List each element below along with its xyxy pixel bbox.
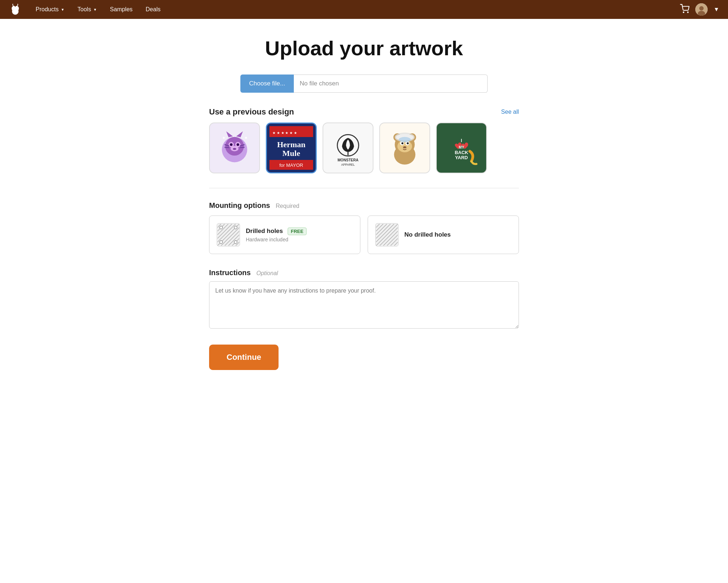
file-upload-row: Choose file... No file chosen <box>240 75 488 93</box>
svg-point-47 <box>401 142 404 144</box>
svg-text:Herman: Herman <box>277 140 305 149</box>
no-drilled-holes-icon <box>375 223 399 246</box>
continue-button[interactable]: Continue <box>209 345 279 370</box>
nav-deals-label: Deals <box>146 6 161 13</box>
svg-text:for MAYOR: for MAYOR <box>279 162 303 168</box>
mounting-option-drilled[interactable]: Drilled holes FREE Hardware included <box>209 216 360 254</box>
drilled-holes-sub: Hardware included <box>246 237 307 242</box>
drilled-holes-label: Drilled holes <box>246 228 283 234</box>
instructions-textarea[interactable] <box>209 281 519 329</box>
drilled-holes-icon <box>217 223 240 246</box>
mounting-label-text: Mounting options <box>209 201 270 209</box>
designs-grid: ✦ ✦ ★ ★ ★ ★ ★ ★ Herman Mule <box>209 122 519 173</box>
svg-point-4 <box>13 6 15 9</box>
section-title: Use a previous design <box>209 107 294 117</box>
nav-right: ▼ <box>680 3 719 16</box>
svg-text:YARD: YARD <box>455 155 468 160</box>
drilled-holes-text: Drilled holes FREE Hardware included <box>246 228 307 242</box>
svg-text:MONSTERA: MONSTERA <box>337 158 359 162</box>
instructions-label: Instructions Optional <box>209 269 519 277</box>
svg-point-72 <box>220 241 223 244</box>
svg-point-6 <box>683 12 684 13</box>
svg-text:APPAREL: APPAREL <box>341 163 355 166</box>
nav-samples-label: Samples <box>110 6 132 13</box>
products-chevron-icon: ▼ <box>61 8 64 12</box>
svg-text:Mule: Mule <box>283 149 300 158</box>
mounting-option-no-drilled[interactable]: No drilled holes <box>368 216 519 254</box>
svg-text:★ ★ ★ ★ ★ ★: ★ ★ ★ ★ ★ ★ <box>272 131 297 135</box>
tools-chevron-icon: ▼ <box>93 8 97 12</box>
design-card-4[interactable] <box>379 122 430 173</box>
no-drilled-holes-name: No drilled holes <box>404 231 451 238</box>
page-title: Upload your artwork <box>209 36 519 60</box>
svg-line-23 <box>240 147 245 148</box>
nav-deals[interactable]: Deals <box>141 0 166 19</box>
svg-point-9 <box>699 6 704 11</box>
svg-point-73 <box>234 241 237 244</box>
svg-point-48 <box>407 142 409 144</box>
mounting-options-label: Mounting options Required <box>209 201 519 210</box>
svg-marker-17 <box>226 131 233 137</box>
section-divider <box>209 188 519 188</box>
svg-text:I: I <box>461 138 462 143</box>
svg-text:BACK: BACK <box>455 150 468 155</box>
svg-text:✦: ✦ <box>244 135 248 141</box>
section-header: Use a previous design See all <box>209 107 519 117</box>
nav-tools-label: Tools <box>77 6 91 13</box>
user-avatar[interactable] <box>695 3 708 16</box>
svg-text:✦: ✦ <box>222 135 226 141</box>
design-card-5[interactable]: I MY BACK YARD <box>436 122 487 173</box>
instructions-optional-tag: Optional <box>256 270 278 276</box>
drilled-holes-name: Drilled holes FREE <box>246 228 307 235</box>
design-card-2[interactable]: ★ ★ ★ ★ ★ ★ Herman Mule for MAYOR <box>266 122 317 173</box>
no-drilled-holes-text: No drilled holes <box>404 231 451 238</box>
svg-marker-18 <box>236 131 243 137</box>
svg-point-70 <box>220 226 223 229</box>
instructions-section: Instructions Optional <box>209 269 519 345</box>
user-dropdown-chevron[interactable]: ▼ <box>713 6 719 13</box>
svg-point-16 <box>237 143 239 146</box>
cart-icon[interactable] <box>680 4 689 15</box>
svg-point-7 <box>688 12 688 13</box>
instructions-label-text: Instructions <box>209 269 251 277</box>
main-content: Upload your artwork Choose file... No fi… <box>200 19 528 399</box>
nav-products[interactable]: Products ▼ <box>31 0 69 19</box>
previous-designs-section: Use a previous design See all <box>209 107 519 173</box>
mounting-required-tag: Required <box>276 203 299 209</box>
file-name-display: No file chosen <box>294 75 488 93</box>
svg-point-5 <box>16 6 17 9</box>
see-all-link[interactable]: See all <box>501 109 519 115</box>
design-card-1[interactable]: ✦ ✦ <box>209 122 260 173</box>
svg-point-15 <box>230 143 232 146</box>
nav-products-label: Products <box>36 6 59 13</box>
design-card-3[interactable]: MONSTERA APPAREL <box>323 122 373 173</box>
svg-point-49 <box>403 146 406 148</box>
free-badge: FREE <box>288 228 307 235</box>
main-nav: Products ▼ Tools ▼ Samples Deals ▼ <box>0 0 728 19</box>
svg-line-21 <box>225 147 229 148</box>
mounting-options-section: Mounting options Required <box>209 201 519 254</box>
svg-point-52 <box>399 137 411 142</box>
nav-samples[interactable]: Samples <box>105 0 137 19</box>
svg-point-26 <box>233 148 236 150</box>
mounting-options-row: Drilled holes FREE Hardware included <box>209 216 519 254</box>
svg-text:MY: MY <box>459 145 464 149</box>
choose-file-button[interactable]: Choose file... <box>240 75 294 93</box>
logo[interactable] <box>9 3 22 16</box>
svg-point-71 <box>234 226 237 229</box>
nav-tools[interactable]: Tools ▼ <box>72 0 102 19</box>
